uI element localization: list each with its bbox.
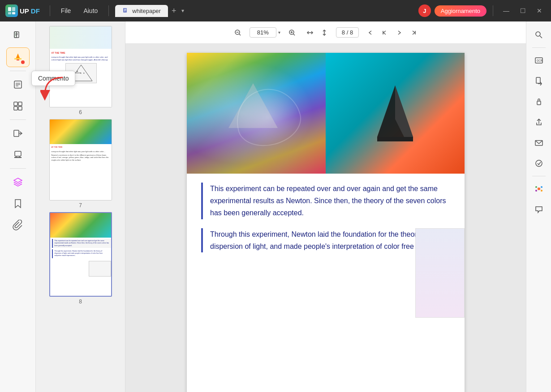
save-icon <box>534 159 543 168</box>
next-page-button[interactable] <box>393 26 405 39</box>
stamp-tool[interactable] <box>6 145 30 165</box>
total-pages: 8 <box>350 29 353 36</box>
protect-icon <box>534 97 543 106</box>
nav-arrows <box>304 26 331 39</box>
svg-rect-20 <box>18 102 22 106</box>
page-indicator[interactable]: 8 / 8 <box>336 27 359 38</box>
pdf-content-area: This experiment can be repeated over and… <box>125 44 526 392</box>
convert-icon <box>13 128 23 139</box>
maximize-button[interactable]: ☐ <box>517 6 529 15</box>
edit-icon <box>13 79 23 90</box>
reader-tool[interactable] <box>6 26 30 46</box>
svg-rect-2 <box>8 12 11 14</box>
help-menu[interactable]: Aiuto <box>79 5 102 16</box>
topbar: UP DF File Aiuto whitepaper + ▾ J Aggior… <box>0 0 551 21</box>
svg-rect-14 <box>17 60 19 60</box>
layers-tool[interactable] <box>6 172 30 192</box>
rs-separator-1 <box>532 47 546 48</box>
rs-separator-2 <box>532 176 546 176</box>
reader-icon <box>13 30 23 41</box>
svg-rect-13 <box>14 58 22 60</box>
svg-text:S: S <box>80 72 82 74</box>
close-button[interactable]: ✕ <box>533 6 546 15</box>
bookmark-icon <box>13 198 23 209</box>
prev-page-button[interactable] <box>379 26 391 39</box>
svg-line-34 <box>239 34 241 35</box>
current-page: 8 <box>342 29 345 36</box>
svg-text:B: B <box>83 72 85 74</box>
zoom-out-button[interactable] <box>232 26 244 39</box>
center-area: 81% ▾ 8 / 8 <box>125 21 526 392</box>
crystal-image <box>326 53 465 174</box>
tool-separator-1 <box>10 71 26 71</box>
next-page-icon <box>396 29 403 36</box>
share-tool[interactable] <box>530 113 548 131</box>
arrow-svg <box>40 75 67 102</box>
add-tab-button[interactable]: + <box>170 6 178 16</box>
multiverse-tool[interactable] <box>530 180 548 198</box>
fit-width-button[interactable] <box>304 26 316 39</box>
svg-marker-27 <box>14 178 22 183</box>
page-separator: / <box>347 29 350 36</box>
first-page-button[interactable] <box>364 26 377 39</box>
save-tool[interactable] <box>530 154 548 172</box>
extract-tool[interactable] <box>530 72 548 90</box>
zoom-in-button[interactable] <box>286 26 298 39</box>
logo-icon <box>5 4 18 17</box>
zoom-value[interactable]: 81% <box>250 27 276 38</box>
ocr-tool[interactable]: OCR <box>530 51 548 69</box>
svg-rect-7 <box>124 11 125 11</box>
svg-text:OCR: OCR <box>537 59 542 63</box>
thumb-num-6: 6 <box>79 109 82 115</box>
tool-color-dot <box>21 60 25 64</box>
email-tool[interactable] <box>530 134 548 152</box>
experiment-text: This experiment can be repeated over and… <box>210 183 450 219</box>
logo-svg <box>7 6 16 15</box>
protect-tool[interactable] <box>530 93 548 111</box>
tab-area: whitepaper + ▾ <box>115 5 415 17</box>
zoom-in-icon <box>288 29 296 36</box>
pdf-page: This experiment can be repeated over and… <box>187 53 465 392</box>
email-icon <box>534 138 543 147</box>
stamp-icon <box>13 149 23 160</box>
svg-rect-5 <box>124 9 126 9</box>
convert-tool[interactable] <box>6 124 30 143</box>
comment-tool[interactable] <box>6 47 30 67</box>
app-logo: UP DF <box>5 4 40 17</box>
attachment-tool[interactable] <box>6 215 30 235</box>
thumb-num-7: 7 <box>79 202 82 209</box>
bookmark-tool[interactable] <box>6 194 30 213</box>
search-tool-right[interactable] <box>530 26 548 44</box>
organize-tool[interactable] <box>6 96 30 116</box>
edit-tool[interactable] <box>6 75 30 94</box>
svg-rect-22 <box>18 107 22 110</box>
chat-tool[interactable] <box>530 200 548 218</box>
update-button[interactable]: Aggiornamento <box>435 5 486 17</box>
attachment-icon <box>13 220 23 230</box>
main-area: Commento <box>0 21 551 392</box>
thumb-num-8: 8 <box>79 298 82 305</box>
svg-rect-19 <box>14 102 17 106</box>
thumbnail-page-7[interactable]: AT THE TIME everyone thought that white … <box>49 119 112 209</box>
last-page-button[interactable] <box>407 26 420 39</box>
organize-icon <box>13 101 23 111</box>
first-paragraph-block: This experiment can be repeated over and… <box>201 183 450 219</box>
minimize-button[interactable]: — <box>499 6 513 15</box>
layers-icon <box>13 177 23 187</box>
zoom-out-icon <box>234 29 241 36</box>
zoom-display: 81% ▾ <box>250 27 280 38</box>
user-avatar[interactable]: J <box>418 4 431 17</box>
tool-separator-3 <box>10 168 26 169</box>
tab-whitepaper[interactable]: whitepaper <box>115 5 168 17</box>
thumb-inner-8: This experiment can be repeated over and… <box>50 213 112 296</box>
last-page-icon <box>410 29 417 36</box>
thumbnail-page-8[interactable]: This experiment can be repeated over and… <box>49 212 112 305</box>
zoom-dropdown-arrow[interactable]: ▾ <box>278 30 280 35</box>
prev-page-icon <box>381 29 388 36</box>
tab-icon <box>122 8 129 14</box>
tab-dropdown-button[interactable]: ▾ <box>180 8 186 14</box>
svg-rect-51 <box>536 77 540 83</box>
svg-rect-0 <box>8 7 11 11</box>
fit-height-button[interactable] <box>318 26 331 39</box>
file-menu[interactable]: File <box>56 5 76 16</box>
